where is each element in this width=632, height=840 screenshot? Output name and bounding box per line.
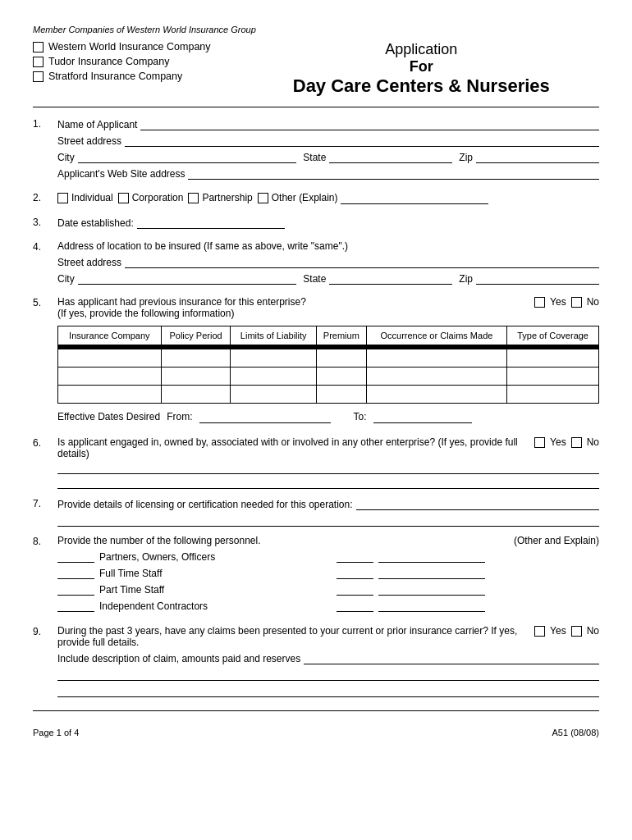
section-3: 3. Date established: xyxy=(33,216,599,232)
from-label: From: xyxy=(167,411,192,422)
s5-no-checkbox[interactable] xyxy=(571,297,582,308)
individual-option: Individual xyxy=(57,192,113,203)
street-input[interactable] xyxy=(125,134,599,147)
individual-checkbox[interactable] xyxy=(57,193,68,203)
other-num-blank-2[interactable] xyxy=(337,568,373,579)
to-date-input[interactable] xyxy=(373,410,472,423)
partnership-option: Partnership xyxy=(188,192,252,203)
company-item-2: Tudor Insurance Company xyxy=(33,56,211,67)
other-num-blank-3[interactable] xyxy=(337,584,373,596)
s4-zip-input[interactable] xyxy=(476,272,599,285)
other-explain-input[interactable] xyxy=(341,191,488,204)
s9-sub-label: Include description of claim, amounts pa… xyxy=(57,653,300,664)
table-cell[interactable] xyxy=(161,349,231,368)
table-cell[interactable] xyxy=(366,386,506,404)
other-row-4 xyxy=(337,600,599,612)
s6-details-line-1[interactable] xyxy=(57,461,599,474)
company-item-3: Stratford Insurance Company xyxy=(33,71,211,82)
other-checkbox[interactable] xyxy=(258,193,268,203)
s9-question: During the past 3 years, have any claims… xyxy=(57,625,534,648)
table-cell[interactable] xyxy=(58,386,162,404)
footer-divider xyxy=(33,710,599,711)
other-option: Other (Explain) xyxy=(258,191,489,204)
s9-no-checkbox[interactable] xyxy=(571,626,582,637)
company-checkbox-3[interactable] xyxy=(33,71,44,82)
s7-input[interactable] xyxy=(356,497,599,510)
other-num-blank-4[interactable] xyxy=(337,600,373,612)
city-input[interactable] xyxy=(78,150,297,163)
table-cell[interactable] xyxy=(507,368,599,386)
other-explain-blank-3[interactable] xyxy=(378,584,485,596)
s9-extra-line-1[interactable] xyxy=(57,668,599,681)
s9-sub-input[interactable] xyxy=(304,651,599,664)
other-explain-blank-1[interactable] xyxy=(378,551,485,563)
section-8-num: 8. xyxy=(33,535,57,547)
table-cell[interactable] xyxy=(231,386,316,404)
app-title-block: Application For Day Care Centers & Nurse… xyxy=(211,41,599,97)
table-cell[interactable] xyxy=(507,349,599,368)
company-checkbox-1[interactable] xyxy=(33,42,44,52)
name-input[interactable] xyxy=(140,117,599,130)
table-cell[interactable] xyxy=(316,386,366,404)
city-label: City xyxy=(57,152,75,163)
s4-city-label: City xyxy=(57,273,75,285)
web-field-line: Applicant's Web Site address xyxy=(57,167,599,180)
table-cell[interactable] xyxy=(507,386,599,404)
from-date-input[interactable] xyxy=(199,410,331,423)
table-cell[interactable] xyxy=(316,368,366,386)
section-7-num: 7. xyxy=(33,497,57,509)
s6-yes-checkbox[interactable] xyxy=(534,437,545,448)
section-5-content: Has applicant had previous insurance for… xyxy=(57,296,599,428)
s4-city-input[interactable] xyxy=(78,272,297,285)
date-established-input[interactable] xyxy=(137,216,285,229)
partnership-checkbox[interactable] xyxy=(188,193,199,203)
s4-street-input[interactable] xyxy=(125,255,599,268)
state-input[interactable] xyxy=(329,150,452,163)
table-cell[interactable] xyxy=(161,368,231,386)
table-cell[interactable] xyxy=(231,349,316,368)
s5-yes-label: Yes xyxy=(550,296,566,308)
table-cell[interactable] xyxy=(366,368,506,386)
company-checkbox-2[interactable] xyxy=(33,57,44,67)
th-policy-period: Policy Period xyxy=(161,326,231,345)
zip-label: Zip xyxy=(459,152,473,163)
s7-field-line: Provide details of licensing or certific… xyxy=(57,497,599,510)
personnel-blank-1[interactable] xyxy=(57,551,94,563)
company-item-1: Western World Insurance Company xyxy=(33,41,211,52)
other-explain-blank-2[interactable] xyxy=(378,568,485,579)
web-input[interactable] xyxy=(188,167,599,180)
s5-yes-checkbox[interactable] xyxy=(534,297,545,308)
main-title: Day Care Centers & Nurseries xyxy=(244,75,599,97)
s5-no-label: No xyxy=(587,296,599,308)
s9-extra-line-2[interactable] xyxy=(57,684,599,697)
table-row-2 xyxy=(58,368,599,386)
s6-details-line-2[interactable] xyxy=(57,476,599,489)
table-cell[interactable] xyxy=(366,349,506,368)
other-explain-blank-4[interactable] xyxy=(378,600,485,612)
personnel-blank-2[interactable] xyxy=(57,568,94,579)
zip-input[interactable] xyxy=(476,150,599,163)
th-type-coverage: Type of Coverage xyxy=(507,326,599,345)
table-cell[interactable] xyxy=(316,349,366,368)
section-6: 6. Is applicant engaged in, owned by, as… xyxy=(33,436,599,489)
table-cell[interactable] xyxy=(231,368,316,386)
s6-no-checkbox[interactable] xyxy=(571,437,582,448)
table-cell[interactable] xyxy=(58,368,162,386)
other-num-blank-1[interactable] xyxy=(337,551,373,563)
personnel-blank-4[interactable] xyxy=(57,600,94,612)
s6-question-row: Is applicant engaged in, owned by, assoc… xyxy=(57,436,599,459)
table-cell[interactable] xyxy=(161,386,231,404)
s7-extra-line[interactable] xyxy=(57,514,599,527)
th-limits-liability: Limits of Liability xyxy=(231,326,316,345)
s4-state-input[interactable] xyxy=(329,272,452,285)
other-explain-header: (Other and Explain) xyxy=(514,535,599,546)
application-label: Application xyxy=(244,41,599,58)
personnel-blank-3[interactable] xyxy=(57,584,94,596)
s9-yes-checkbox[interactable] xyxy=(534,626,545,637)
corporation-checkbox[interactable] xyxy=(118,193,129,203)
section-3-num: 3. xyxy=(33,216,57,228)
section-1: 1. Name of Applicant Street address City… xyxy=(33,117,599,183)
personnel-label-4: Independent Contractors xyxy=(99,600,208,612)
table-cell[interactable] xyxy=(58,349,162,368)
s8-label: Provide the number of the following pers… xyxy=(57,535,260,546)
